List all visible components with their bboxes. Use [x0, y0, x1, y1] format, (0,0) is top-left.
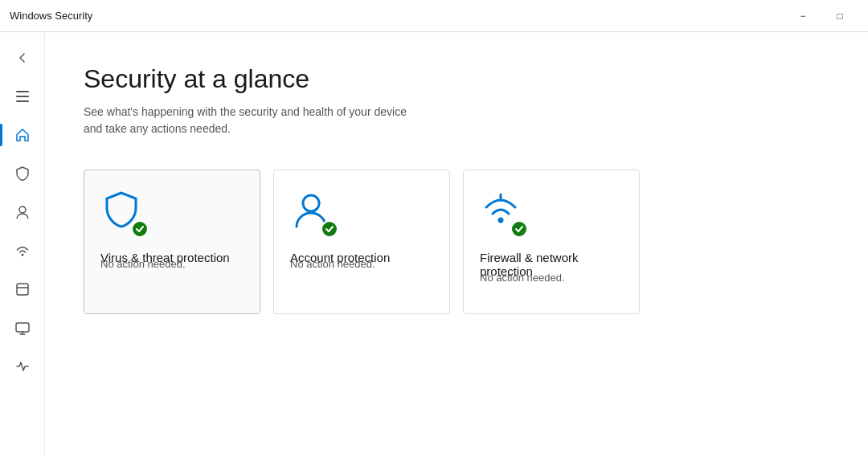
back-icon	[14, 49, 31, 67]
account-card-text: Account protection No action needed.	[290, 251, 433, 270]
sidebar-item-back[interactable]	[0, 39, 45, 77]
sidebar-item-firewall[interactable]	[0, 231, 45, 270]
firewall-card-status: No action needed.	[480, 272, 623, 284]
svg-point-5	[498, 218, 504, 223]
title-bar-controls: − □	[784, 3, 858, 29]
wifi-icon	[14, 242, 31, 260]
virus-card-text: Virus & threat protection No action need…	[100, 251, 244, 270]
svg-rect-2	[17, 284, 28, 295]
account-card-status: No action needed.	[290, 258, 433, 270]
minimize-button[interactable]: −	[784, 3, 821, 29]
svg-point-1	[21, 254, 23, 256]
device-icon	[14, 319, 31, 337]
health-icon	[14, 358, 31, 375]
sidebar-item-account[interactable]	[0, 193, 45, 231]
menu-icon	[14, 88, 31, 105]
sidebar-item-home[interactable]	[0, 116, 45, 154]
app-body: Security at a glance See what's happenin…	[0, 32, 868, 454]
sidebar-item-health[interactable]	[0, 347, 45, 386]
title-bar-title: Windows Security	[10, 10, 92, 22]
sidebar-item-virus[interactable]	[0, 154, 45, 193]
title-bar-left: Windows Security	[10, 10, 92, 22]
sidebar	[0, 32, 45, 454]
shield-icon	[14, 165, 31, 182]
firewall-card-text: Firewall & network protection No action …	[480, 251, 623, 284]
app-icon	[14, 280, 31, 298]
cards-grid: Virus & threat protection No action need…	[84, 170, 829, 314]
firewall-card-icon-wrap	[480, 190, 528, 238]
maximize-button[interactable]: □	[821, 3, 858, 29]
svg-point-0	[19, 207, 26, 213]
svg-point-4	[303, 195, 319, 211]
page-subtitle: See what's happening with the security a…	[84, 104, 829, 137]
firewall-check-badge	[510, 220, 528, 238]
account-card-icon-wrap	[290, 190, 338, 238]
sidebar-item-app[interactable]	[0, 270, 45, 309]
virus-check-badge	[131, 220, 149, 238]
sidebar-item-device[interactable]	[0, 309, 45, 347]
sidebar-item-menu[interactable]	[0, 77, 45, 116]
page-title: Security at a glance	[84, 64, 829, 94]
svg-rect-3	[16, 323, 29, 332]
virus-card[interactable]: Virus & threat protection No action need…	[84, 170, 260, 314]
title-bar: Windows Security − □	[0, 0, 868, 32]
account-check-badge	[321, 220, 338, 238]
main-content: Security at a glance See what's happenin…	[45, 32, 868, 454]
firewall-card[interactable]: Firewall & network protection No action …	[463, 170, 640, 314]
virus-card-icon-wrap	[100, 190, 149, 238]
person-icon	[14, 203, 31, 221]
account-card[interactable]: Account protection No action needed.	[273, 170, 450, 314]
home-icon	[14, 126, 31, 144]
